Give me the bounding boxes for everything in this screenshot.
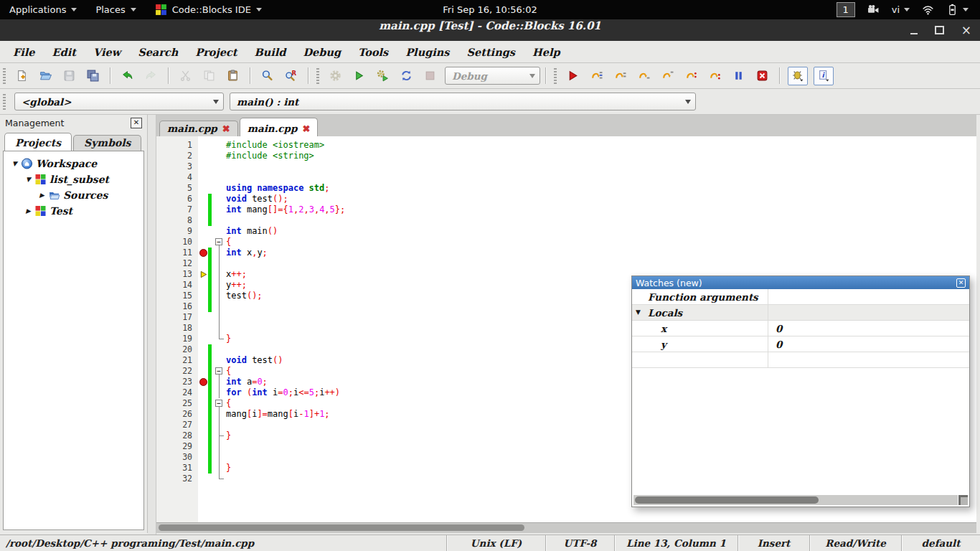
watch-row[interactable]: y0 bbox=[632, 336, 969, 352]
code-line[interactable]: 6void test(); bbox=[156, 194, 976, 204]
next-line-button[interactable] bbox=[611, 67, 629, 85]
build-target-combobox[interactable]: Debug bbox=[445, 67, 540, 85]
keyboard-layout-indicator[interactable]: vi bbox=[892, 4, 910, 15]
breakpoint-margin[interactable] bbox=[198, 452, 208, 463]
clock[interactable]: Fri Sep 16, 10:56:02 bbox=[443, 4, 537, 15]
fold-margin[interactable] bbox=[215, 398, 224, 409]
breakpoint-margin[interactable] bbox=[198, 398, 208, 409]
breakpoint-margin[interactable] bbox=[198, 301, 208, 312]
undo-button[interactable] bbox=[118, 67, 136, 85]
code-line[interactable]: 4 bbox=[156, 172, 976, 183]
fold-margin[interactable] bbox=[215, 366, 224, 377]
tab-close-icon[interactable]: ✖ bbox=[222, 124, 230, 133]
breakpoint-margin[interactable] bbox=[198, 366, 208, 377]
watches-close-icon[interactable]: ✕ bbox=[956, 278, 966, 288]
tree-item-sources[interactable]: ▶Sources bbox=[4, 187, 143, 203]
breakpoint-margin[interactable] bbox=[198, 441, 208, 452]
tree-expander-icon[interactable]: ▼ bbox=[9, 160, 20, 167]
save-all-button[interactable] bbox=[84, 67, 102, 85]
breakpoint-margin[interactable] bbox=[198, 409, 208, 420]
wifi-icon[interactable] bbox=[922, 4, 934, 16]
breakpoint-margin[interactable] bbox=[198, 194, 208, 204]
toolbar-grip[interactable] bbox=[316, 68, 319, 84]
breakpoint-margin[interactable] bbox=[198, 323, 208, 334]
breakpoint-margin[interactable] bbox=[198, 387, 208, 398]
breakpoint-margin[interactable] bbox=[198, 237, 208, 248]
workspace-indicator[interactable]: 1 bbox=[837, 2, 855, 17]
breakpoint-margin[interactable] bbox=[198, 161, 208, 172]
code-line[interactable]: 12 bbox=[156, 258, 976, 269]
code-line[interactable]: 2#include <string> bbox=[156, 151, 976, 161]
next-instruction-button[interactable] bbox=[682, 67, 700, 85]
breakpoint-margin[interactable] bbox=[198, 291, 208, 301]
step-into-instruction-button[interactable] bbox=[706, 67, 724, 85]
break-debugger-button[interactable] bbox=[730, 67, 748, 85]
breakpoint-margin[interactable] bbox=[198, 269, 208, 280]
menu-view[interactable]: View bbox=[85, 43, 129, 61]
watch-row[interactable]: ▼Locals bbox=[632, 305, 969, 321]
run-to-cursor-button[interactable] bbox=[588, 67, 606, 85]
code-line[interactable]: 3 bbox=[156, 161, 976, 172]
fold-margin[interactable] bbox=[215, 237, 224, 248]
watch-expander-icon[interactable]: ▼ bbox=[636, 309, 641, 316]
breakpoint-margin[interactable] bbox=[198, 172, 208, 183]
breakpoint-margin[interactable] bbox=[198, 420, 208, 430]
tree-expander-icon[interactable]: ▶ bbox=[23, 207, 34, 215]
menu-edit[interactable]: Edit bbox=[44, 43, 85, 61]
find-button[interactable] bbox=[258, 67, 276, 85]
new-file-button[interactable] bbox=[13, 67, 31, 85]
breakpoint-margin[interactable] bbox=[198, 258, 208, 269]
breakpoint-margin[interactable] bbox=[198, 355, 208, 366]
debugging-windows-button[interactable] bbox=[788, 67, 808, 85]
minimize-button[interactable] bbox=[910, 33, 918, 34]
watches-title-bar[interactable]: Watches (new) ✕ bbox=[632, 276, 969, 289]
battery-indicator[interactable] bbox=[946, 4, 969, 16]
editor-tab[interactable]: main.cpp✖ bbox=[240, 118, 319, 136]
menu-tools[interactable]: Tools bbox=[349, 43, 397, 61]
editor-tab[interactable]: main.cpp✖ bbox=[159, 121, 238, 136]
debug-continue-button[interactable] bbox=[564, 67, 582, 85]
function-combobox[interactable]: main() : int bbox=[230, 93, 696, 110]
close-button[interactable]: × bbox=[961, 24, 971, 37]
step-into-button[interactable] bbox=[635, 67, 653, 85]
scope-combobox[interactable]: <global> bbox=[14, 93, 224, 110]
screen-recorder-icon[interactable] bbox=[867, 4, 880, 16]
toolbar-grip[interactable] bbox=[554, 68, 557, 84]
run-button[interactable] bbox=[350, 67, 368, 85]
tab-projects[interactable]: Projects bbox=[4, 133, 72, 151]
paste-button[interactable] bbox=[224, 67, 242, 85]
watches-horizontal-scrollbar[interactable] bbox=[633, 495, 958, 505]
menu-debug[interactable]: Debug bbox=[294, 43, 349, 61]
breakpoint-margin[interactable] bbox=[198, 204, 208, 215]
breakpoint-margin[interactable] bbox=[198, 226, 208, 237]
breakpoint-margin[interactable] bbox=[198, 344, 208, 355]
toolbar-grip[interactable] bbox=[3, 94, 6, 110]
code-line[interactable]: 1#include <iostream> bbox=[156, 140, 976, 151]
panel-close-icon[interactable]: ✕ bbox=[131, 118, 142, 128]
code-line[interactable]: 10{ bbox=[156, 237, 976, 248]
code-line[interactable]: 8 bbox=[156, 215, 976, 226]
breakpoint-margin[interactable] bbox=[198, 151, 208, 161]
editor-horizontal-scrollbar[interactable] bbox=[156, 522, 976, 533]
codeblocks-app-menu[interactable]: Code::Blocks IDE bbox=[146, 0, 271, 19]
resize-grip[interactable] bbox=[958, 495, 968, 505]
rebuild-button[interactable] bbox=[397, 67, 415, 85]
maximize-button[interactable] bbox=[935, 26, 944, 34]
breakpoint-margin[interactable] bbox=[198, 312, 208, 323]
breakpoint-margin[interactable] bbox=[198, 334, 208, 344]
tree-item-list-subset[interactable]: ▼list_subset bbox=[4, 171, 143, 187]
breakpoint-margin[interactable] bbox=[198, 183, 208, 194]
watch-row[interactable] bbox=[632, 352, 969, 368]
tree-expander-icon[interactable]: ▶ bbox=[37, 192, 47, 199]
places-menu[interactable]: Places bbox=[86, 0, 145, 19]
replace-button[interactable]: R bbox=[282, 67, 300, 85]
breakpoint-margin[interactable] bbox=[198, 430, 208, 441]
code-line[interactable]: 9int main() bbox=[156, 226, 976, 237]
breakpoint-margin[interactable] bbox=[198, 474, 208, 484]
watch-row[interactable]: x0 bbox=[632, 321, 969, 336]
step-out-button[interactable] bbox=[659, 67, 677, 85]
various-info-button[interactable]: i bbox=[814, 67, 834, 85]
code-line[interactable]: 7int mang[]={1,2,3,4,5}; bbox=[156, 204, 976, 215]
breakpoint-margin[interactable] bbox=[198, 463, 208, 474]
build-run-button[interactable] bbox=[374, 67, 392, 85]
